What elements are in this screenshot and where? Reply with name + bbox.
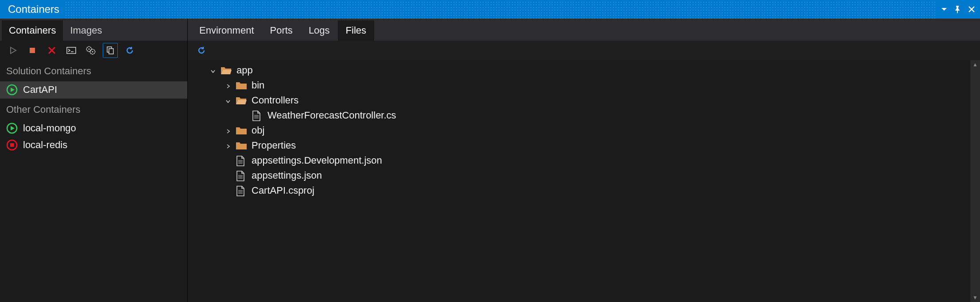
tab-label: Images — [70, 25, 102, 36]
svg-rect-1 — [67, 47, 76, 54]
tree-label: appsettings.json — [252, 170, 322, 181]
folder-icon — [236, 80, 247, 90]
start-button[interactable] — [5, 43, 20, 58]
svg-point-5 — [92, 51, 93, 53]
container-item-local-redis[interactable]: local-redis — [0, 137, 187, 153]
play-icon — [6, 84, 18, 96]
tree-label: app — [236, 65, 253, 76]
remove-button[interactable] — [44, 43, 59, 58]
main-area: Containers Images — [0, 19, 980, 302]
titlebar-controls — [941, 5, 976, 13]
terminal-button[interactable] — [64, 43, 79, 58]
folder-open-icon — [221, 65, 232, 75]
containers-list: Solution Containers CartAPI Other Contai… — [0, 60, 187, 302]
containers-tool-window: Containers Containers Images — [0, 0, 980, 302]
tab-label: Environment — [199, 25, 254, 36]
refresh-button[interactable] — [122, 43, 137, 58]
stop-icon — [6, 139, 18, 151]
tab-ports[interactable]: Ports — [262, 20, 301, 41]
container-item-cartapi[interactable]: CartAPI — [0, 81, 187, 98]
tree-label: appsettings.Development.json — [252, 155, 382, 166]
svg-rect-11 — [10, 143, 14, 147]
container-item-local-mongo[interactable]: local-mongo — [0, 120, 187, 137]
tab-label: Logs — [309, 25, 330, 36]
scroll-up-icon[interactable]: ▲ — [970, 60, 980, 69]
tree-label: Controllers — [252, 95, 298, 106]
titlebar-grip[interactable] — [65, 0, 936, 19]
settings-button[interactable] — [83, 43, 98, 58]
tree-row[interactable]: appsettings.Development.json — [188, 153, 970, 168]
tab-label: Containers — [9, 25, 56, 36]
left-panel: Containers Images — [0, 19, 188, 302]
tree-row[interactable]: Properties — [188, 138, 970, 153]
svg-rect-0 — [30, 48, 35, 53]
vertical-scrollbar[interactable]: ▲ ▼ — [970, 60, 980, 302]
pin-icon[interactable] — [953, 5, 961, 13]
copy-button[interactable] — [103, 43, 118, 58]
file-tree[interactable]: appbinControllers WeatherForecastControl… — [188, 60, 970, 302]
right-panel: Environment Ports Logs Files appbinContr — [188, 19, 980, 302]
file-tree-wrap: appbinControllers WeatherForecastControl… — [188, 60, 980, 302]
tab-logs[interactable]: Logs — [301, 20, 338, 41]
tab-containers[interactable]: Containers — [2, 20, 63, 41]
container-name: local-mongo — [23, 122, 76, 134]
folder-icon — [236, 141, 247, 150]
tree-row[interactable]: CartAPI.csproj — [188, 183, 970, 198]
tab-label: Files — [346, 25, 366, 36]
titlebar: Containers — [0, 0, 980, 19]
close-icon[interactable] — [968, 5, 976, 13]
tab-label: Ports — [270, 25, 293, 36]
svg-rect-7 — [109, 49, 113, 54]
file-icon — [236, 186, 247, 195]
folder-icon — [236, 126, 247, 135]
chevron-right-icon[interactable] — [225, 140, 231, 151]
tree-label: CartAPI.csproj — [252, 185, 314, 196]
tree-label: bin — [252, 80, 264, 91]
chevron-down-icon[interactable] — [210, 65, 216, 76]
folder-open-icon — [236, 96, 247, 105]
tab-files[interactable]: Files — [338, 20, 374, 41]
chevron-right-icon[interactable] — [225, 125, 231, 136]
tree-label: WeatherForecastController.cs — [267, 110, 396, 121]
tree-row[interactable]: Controllers — [188, 93, 970, 108]
group-header-other: Other Containers — [0, 98, 187, 120]
tree-row[interactable]: bin — [188, 78, 970, 93]
container-name: CartAPI — [23, 84, 57, 96]
left-tabstrip: Containers Images — [0, 19, 187, 41]
tree-row[interactable]: app — [188, 63, 970, 78]
chevron-right-icon[interactable] — [225, 80, 231, 91]
refresh-files-button[interactable] — [194, 43, 209, 58]
file-icon — [236, 171, 247, 180]
scroll-down-icon[interactable]: ▼ — [970, 293, 980, 302]
left-toolbar — [0, 41, 187, 60]
svg-point-3 — [89, 49, 90, 50]
container-name: local-redis — [23, 139, 67, 151]
tree-row[interactable]: WeatherForecastController.cs — [188, 108, 970, 123]
tree-label: obj — [252, 125, 264, 136]
tree-label: Properties — [252, 140, 296, 151]
file-icon — [252, 111, 263, 120]
titlebar-title: Containers — [8, 3, 59, 15]
play-icon — [6, 122, 18, 134]
dropdown-icon[interactable] — [941, 6, 947, 12]
tab-environment[interactable]: Environment — [191, 20, 262, 41]
tree-row[interactable]: appsettings.json — [188, 168, 970, 183]
tab-images[interactable]: Images — [63, 20, 109, 41]
stop-button[interactable] — [25, 43, 40, 58]
right-toolbar — [188, 41, 980, 60]
right-tabstrip: Environment Ports Logs Files — [188, 19, 980, 41]
group-header-solution: Solution Containers — [0, 60, 187, 81]
tree-row[interactable]: obj — [188, 123, 970, 138]
chevron-down-icon[interactable] — [225, 95, 231, 106]
file-icon — [236, 156, 247, 165]
